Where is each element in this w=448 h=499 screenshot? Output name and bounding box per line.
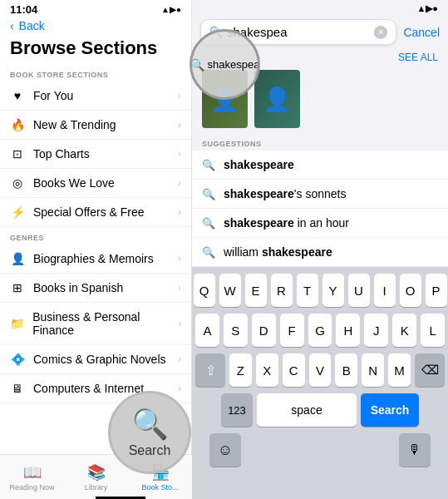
key-num[interactable]: 123 [221, 393, 253, 427]
book-thumbnail-2[interactable]: 👤 [254, 70, 300, 128]
genres-header: GENRES [0, 227, 191, 245]
menu-item-biographies[interactable]: 👤 Biographies & Memoirs › [0, 245, 191, 274]
keyboard-row-1: Q W E R T Y U I O P [195, 274, 445, 307]
tab-book-store-label: Book Sto... [141, 483, 178, 492]
computer-icon: 🖥 [10, 382, 25, 395]
person-icon: 👤 [10, 252, 25, 265]
key-c[interactable]: C [283, 353, 305, 387]
chart-icon: ⊡ [10, 147, 25, 161]
menu-item-business[interactable]: 📁 Business & Personal Finance › [0, 303, 191, 345]
menu-item-top-charts[interactable]: ⊡ Top Charts › [0, 140, 191, 169]
library-icon: 📚 [87, 463, 106, 482]
key-j[interactable]: J [364, 314, 388, 347]
key-p[interactable]: P [426, 274, 447, 307]
key-y[interactable]: Y [322, 274, 344, 307]
status-time-left: 11:04 [10, 3, 37, 16]
key-m[interactable]: M [388, 353, 411, 387]
chevron-icon: › [178, 282, 181, 294]
key-e[interactable]: E [245, 274, 267, 307]
back-label: Back [19, 19, 45, 32]
menu-item-special-offers[interactable]: ⚡ Special Offers & Free › [0, 198, 191, 227]
search-input-value[interactable]: shakespea [227, 25, 370, 39]
for-you-label: For You [33, 89, 73, 102]
key-space[interactable]: space [257, 393, 357, 427]
key-i[interactable]: I [374, 274, 396, 307]
suggestion-search-icon-2: 🔍 [202, 188, 215, 200]
tab-library[interactable]: 📚 Library [64, 463, 128, 492]
back-button[interactable]: ‹ Back [0, 17, 191, 36]
key-z[interactable]: Z [229, 353, 252, 387]
business-label: Business & Personal Finance [32, 310, 178, 337]
key-k[interactable]: K [392, 314, 416, 347]
biographies-label: Biographies & Memoirs [33, 252, 154, 265]
key-emoji[interactable]: ☺ [209, 433, 241, 467]
search-circle-label: Search [129, 443, 171, 458]
folder-icon: 📁 [10, 317, 24, 330]
key-h[interactable]: H [336, 314, 360, 347]
key-o[interactable]: O [400, 274, 421, 307]
chevron-icon: › [178, 353, 181, 365]
key-w[interactable]: W [219, 274, 241, 307]
menu-item-books-we-love[interactable]: ◎ Books We Love › [0, 169, 191, 198]
key-f[interactable]: F [280, 314, 304, 347]
suggestion-item-3[interactable]: 🔍 shakespeare in an hour [192, 209, 448, 238]
key-d[interactable]: D [252, 314, 276, 347]
key-delete[interactable]: ⌫ [415, 353, 445, 387]
key-search[interactable]: Search [361, 393, 419, 427]
search-circle-overlay: 🔍 Search [108, 391, 191, 474]
search-clear-button[interactable]: ✕ [374, 26, 387, 39]
chevron-icon: › [178, 253, 181, 264]
right-status-bar: ▲▶● [192, 0, 448, 16]
key-v[interactable]: V [309, 353, 332, 387]
chevron-icon: › [178, 148, 181, 160]
tab-reading-now-label: Reading Now [9, 483, 54, 492]
keyboard-spacer [245, 433, 395, 467]
right-status-icons: ▲▶● [416, 3, 438, 14]
key-l[interactable]: L [421, 314, 445, 347]
search-circle-icon: 🔍 [131, 407, 169, 442]
cancel-button[interactable]: Cancel [403, 26, 440, 39]
special-offers-label: Special Offers & Free [33, 205, 145, 219]
magnify-circle-overlay: 🔍 shakespea [190, 29, 260, 100]
tab-library-label: Library [85, 483, 108, 492]
suggestion-search-icon-3: 🔍 [202, 217, 215, 230]
suggestion-bold-2: shakespeare [224, 187, 294, 200]
key-u[interactable]: U [348, 274, 370, 307]
left-status-bar: 11:04 ▲▶● [0, 0, 191, 17]
key-r[interactable]: R [271, 274, 293, 307]
suggestion-item-2[interactable]: 🔍 shakespeare's sonnets [192, 180, 448, 209]
key-s[interactable]: S [224, 314, 248, 347]
key-t[interactable]: T [297, 274, 318, 307]
computers-label: Computers & Internet [33, 382, 144, 395]
magnify-text: shakespea [208, 58, 260, 71]
keyboard-row-4: 123 space Search [195, 393, 445, 427]
key-g[interactable]: G [308, 314, 332, 347]
chevron-icon: › [178, 383, 181, 394]
key-b[interactable]: B [335, 353, 357, 387]
menu-item-new-trending[interactable]: 🔥 New & Trending › [0, 111, 191, 140]
menu-item-comics[interactable]: 💠 Comics & Graphic Novels › [0, 345, 191, 374]
key-n[interactable]: N [362, 353, 384, 387]
suggestion-item-1[interactable]: 🔍 shakespeare [192, 151, 448, 180]
key-shift[interactable]: ⇧ [195, 353, 225, 387]
menu-item-for-you[interactable]: ♥ For You › [0, 82, 191, 111]
books-we-love-label: Books We Love [33, 176, 115, 190]
new-trending-label: New & Trending [33, 118, 116, 131]
key-q[interactable]: Q [194, 274, 215, 307]
key-mic[interactable]: 🎙 [399, 433, 431, 467]
suggestion-bold-3: shakespeare [224, 216, 294, 230]
chevron-icon: › [178, 177, 181, 189]
menu-item-books-spanish[interactable]: ⊞ Books in Spanish › [0, 274, 191, 303]
suggestion-text-1: shakespeare [224, 158, 294, 171]
grid-icon: ⊞ [10, 281, 25, 294]
key-a[interactable]: A [195, 314, 219, 347]
see-all-button[interactable]: SEE ALL [398, 52, 438, 63]
suggestion-item-4[interactable]: 🔍 william shakespeare [192, 238, 448, 267]
keyboard-row-3: ⇧ Z X C V B N M ⌫ [195, 353, 445, 387]
suggestion-text-3: shakespeare in an hour [224, 216, 349, 230]
suggestion-text-2: shakespeare's sonnets [224, 187, 346, 200]
key-x[interactable]: X [256, 353, 278, 387]
tab-reading-now[interactable]: 📖 Reading Now [0, 463, 64, 492]
top-charts-label: Top Charts [33, 147, 90, 161]
flame-icon: 🔥 [10, 118, 25, 131]
